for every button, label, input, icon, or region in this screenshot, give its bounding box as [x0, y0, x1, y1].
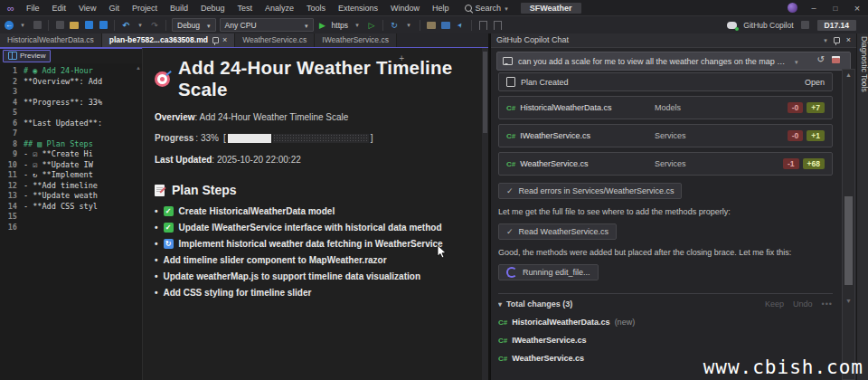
version-badge[interactable]: D17.14	[817, 20, 856, 31]
plan-created-card[interactable]: Plan Created Open	[498, 72, 833, 91]
navigate-back-dropdown[interactable]	[17, 20, 28, 31]
preview-toggle-button[interactable]: Preview	[3, 50, 51, 62]
keep-button[interactable]: Keep	[765, 299, 784, 309]
minimize-button[interactable]	[808, 4, 819, 13]
total-change-row[interactable]: IWeatherService.cs	[498, 336, 833, 345]
open-folder-icon[interactable]	[70, 22, 79, 29]
menu-item[interactable]: View	[72, 0, 102, 15]
start-without-debug-button[interactable]	[366, 20, 377, 31]
hot-reload-dropdown[interactable]	[403, 20, 414, 31]
scrollbar-thumb[interactable]	[844, 196, 853, 285]
collapse-icon[interactable]	[498, 299, 502, 309]
menu-item[interactable]: Test	[231, 0, 259, 15]
menu-item[interactable]: Help	[426, 0, 456, 15]
save-all-icon[interactable]	[99, 21, 108, 29]
menu-item[interactable]: Debug	[194, 0, 231, 15]
check-icon	[506, 186, 514, 195]
restart-conversation-icon[interactable]	[817, 54, 825, 64]
total-change-row[interactable]: HistoricalWeatherData.cs (new)	[498, 318, 833, 327]
redo-icon[interactable]	[149, 20, 160, 31]
menu-item[interactable]: Build	[164, 0, 194, 15]
undo-button[interactable]: Undo	[793, 299, 813, 309]
scroll-down-icon[interactable]	[843, 298, 854, 304]
preview-scrollbar[interactable]	[482, 48, 488, 380]
close-button[interactable]	[852, 3, 863, 14]
visual-studio-logo-icon	[5, 3, 16, 14]
menu-item[interactable]: Tools	[300, 0, 332, 15]
pin-icon[interactable]	[212, 37, 219, 43]
line-number: 14	[0, 202, 24, 213]
menu-item[interactable]: Analyze	[259, 0, 300, 15]
undo-icon[interactable]	[120, 20, 131, 31]
chevron-down-icon[interactable]	[795, 57, 798, 66]
copilot-panel-icon[interactable]	[832, 56, 840, 63]
bullet-icon	[155, 271, 158, 281]
send-feedback-icon[interactable]	[801, 21, 809, 29]
plan-steps-heading: Plan Steps	[155, 183, 482, 197]
more-options-icon[interactable]	[822, 299, 833, 309]
platform-dropdown[interactable]: Any CPU	[220, 18, 314, 32]
navigate-back-icon[interactable]: ←	[5, 21, 14, 30]
github-copilot-icon[interactable]	[727, 22, 737, 29]
tool-chip-running-edit[interactable]: Running edit_file...	[498, 264, 599, 280]
editor-scroll-up-icon[interactable]	[136, 65, 141, 71]
line-text: ## ▤ Plan Steps	[24, 139, 93, 150]
tool-chip-read-errors[interactable]: Read errors in Services/WeatherService.c…	[498, 183, 682, 199]
spinner-icon	[506, 267, 517, 278]
menu-item[interactable]: Edit	[46, 0, 73, 15]
code-line: 6 **Last Updated**:	[0, 119, 142, 129]
line-number: 2	[0, 77, 24, 88]
additions-badge: +68	[803, 158, 825, 169]
menu-item[interactable]: Window	[384, 0, 426, 15]
run-profile-dropdown[interactable]	[352, 20, 363, 31]
document-tab[interactable]: HistoricalWeatherData.cs	[0, 33, 102, 47]
inspect-icon[interactable]	[455, 20, 466, 31]
menu-item[interactable]: Git	[102, 0, 126, 15]
start-debug-button[interactable]	[317, 20, 328, 31]
code-area[interactable]: 1 # ◉ Add 24-Hour 2 **Overview**: Add 3	[0, 63, 142, 233]
changed-file-row[interactable]: WeatherService.cs Services -1 +68	[498, 152, 833, 176]
menu-item[interactable]: File	[20, 0, 46, 15]
changed-file-row[interactable]: IWeatherService.cs Services -0 +1	[498, 124, 833, 147]
bookmark-icon[interactable]	[479, 21, 487, 30]
pin-icon[interactable]	[834, 37, 840, 43]
assistant-message: Good, the methods were added but placed …	[498, 248, 833, 257]
close-tab-icon[interactable]	[222, 35, 227, 44]
progress-bar-empty	[273, 134, 369, 143]
changed-file-row[interactable]: HistoricalWeatherData.cs Models -0 +7	[498, 96, 833, 119]
tool-chip-read-file[interactable]: Read WeatherService.cs	[498, 223, 617, 240]
window-position-dropdown-icon[interactable]	[824, 35, 827, 44]
document-tab[interactable]: WeatherService.cs	[235, 33, 315, 47]
undo-dropdown[interactable]	[135, 20, 146, 31]
document-tab[interactable]: plan-be7582...ca363508.md	[102, 33, 235, 47]
new-project-icon[interactable]	[56, 21, 64, 29]
close-panel-icon[interactable]	[846, 35, 851, 44]
diagnostic-tools-tab[interactable]: Diagnostic Tools	[860, 36, 868, 92]
open-plan-link[interactable]: Open	[805, 78, 825, 87]
github-copilot-label[interactable]: GitHub Copilot	[743, 21, 793, 30]
bookmark-all-icon[interactable]	[494, 21, 502, 30]
markdown-source-editor[interactable]: 1 # ◉ Add 24-Hour 2 **Overview**: Add 3	[0, 63, 142, 380]
find-in-files-icon[interactable]	[427, 22, 436, 29]
save-icon[interactable]	[85, 21, 93, 29]
chat-prompt-bar[interactable]: can you add a scale for me to view all t…	[496, 52, 851, 71]
scroll-up-icon[interactable]	[843, 71, 854, 78]
search-control[interactable]: Search	[465, 4, 508, 13]
hot-reload-icon[interactable]	[389, 20, 400, 31]
menu-item[interactable]: Project	[126, 0, 164, 15]
debug-configuration-dropdown[interactable]: Debug	[172, 18, 216, 32]
chat-scrollbar[interactable]	[842, 69, 855, 380]
user-avatar[interactable]	[788, 3, 797, 13]
maximize-button[interactable]	[830, 4, 841, 13]
csharp-file-icon	[498, 355, 507, 363]
run-profile-label[interactable]: https	[332, 21, 348, 30]
plus-icon[interactable]	[399, 53, 404, 63]
chat-panel-header: GitHub Copilot Chat	[491, 33, 856, 48]
solution-name[interactable]: SFWeather	[521, 3, 581, 14]
menu-item[interactable]: Extensions	[332, 0, 384, 15]
total-changes-header[interactable]: Total changes (3) Keep Undo	[498, 299, 833, 309]
navigate-forward-icon[interactable]	[33, 21, 42, 29]
document-tab[interactable]: IWeatherService.cs	[315, 33, 397, 47]
line-number: 1	[0, 66, 24, 77]
preview-in-browser-icon[interactable]	[441, 22, 450, 29]
